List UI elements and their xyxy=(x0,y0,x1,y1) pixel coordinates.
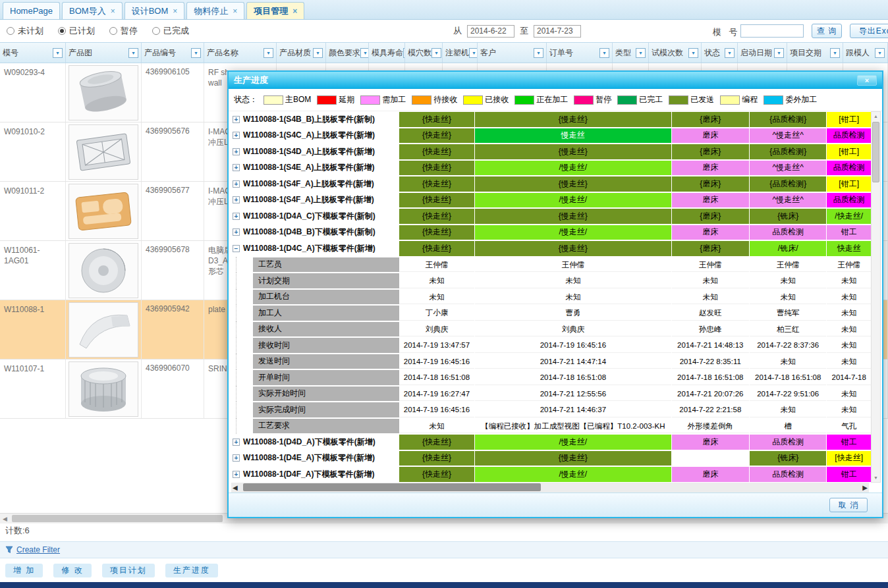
column-header-4[interactable]: 产品材质▼ xyxy=(277,43,326,63)
cancel-button[interactable]: 取 消 xyxy=(829,498,868,512)
process-step-cell[interactable]: {品质检测} xyxy=(750,176,826,192)
process-row[interactable]: +W110088-1(S4C_A)上脱板零件(新增){快走丝}慢走丝磨床^慢走丝… xyxy=(231,128,872,144)
process-step-cell[interactable]: 磨床 xyxy=(672,225,749,240)
process-step-cell[interactable]: {慢走丝} xyxy=(475,112,671,127)
filter-dropdown-icon[interactable]: ▼ xyxy=(264,48,273,58)
column-header-13[interactable]: 状态▼ xyxy=(702,43,738,63)
project-plan-button[interactable]: 项目计划 xyxy=(102,564,155,577)
process-step-cell[interactable]: [快走丝] xyxy=(827,451,871,466)
export-excel-button[interactable]: 导出Excel xyxy=(850,24,888,38)
filter-dropdown-icon[interactable]: ▼ xyxy=(725,48,735,58)
expand-icon[interactable]: + xyxy=(233,439,240,446)
radio-unplanned[interactable]: 未计划 xyxy=(7,25,43,37)
process-step-cell[interactable]: 磨床 xyxy=(672,467,749,482)
close-icon[interactable]: × xyxy=(857,75,877,86)
process-step-cell[interactable]: 磨床 xyxy=(672,161,749,176)
scrollbar-thumb[interactable] xyxy=(872,122,879,182)
process-step-cell[interactable]: 快走丝 xyxy=(827,241,871,256)
filter-dropdown-icon[interactable]: ▼ xyxy=(534,48,543,58)
process-step-cell[interactable]: {品质检测} xyxy=(750,144,826,159)
filter-dropdown-icon[interactable]: ▼ xyxy=(774,48,784,58)
process-row[interactable]: +W110088-1(D4F_A)下模板零件(新增){快走丝}/慢走丝/磨床品质… xyxy=(231,466,872,483)
process-row[interactable]: −W110088-1(D4C_A)下模板零件(新增){快走丝}{慢走丝}{磨床}… xyxy=(231,240,872,257)
process-step-cell[interactable]: {快走丝} xyxy=(399,435,474,450)
date-from-input[interactable] xyxy=(467,25,514,38)
process-step-cell[interactable]: ^慢走丝^ xyxy=(750,161,826,176)
process-step-cell[interactable]: {快走丝} xyxy=(399,241,474,256)
process-step-cell[interactable]: ^慢走丝^ xyxy=(750,128,826,144)
column-header-1[interactable]: 产品图▼ xyxy=(66,43,142,63)
radio-completed[interactable]: 已完成 xyxy=(152,25,189,37)
process-row[interactable]: +W110088-1(S4F_A)上脱板零件(新增){快走丝}/慢走丝/磨床^慢… xyxy=(231,192,872,209)
scrollbar-thumb[interactable] xyxy=(12,515,223,522)
tab-material-stop[interactable]: 物料停止× xyxy=(186,2,244,19)
modify-button[interactable]: 修 改 xyxy=(53,564,91,577)
radio-paused[interactable]: 暂停 xyxy=(109,25,138,37)
process-step-cell[interactable]: 品质检测 xyxy=(750,225,826,240)
process-step-cell[interactable]: /慢走丝/ xyxy=(475,467,671,482)
process-step-cell[interactable]: 品质检测 xyxy=(827,193,871,208)
column-header-14[interactable]: 启动日期▼ xyxy=(738,43,787,63)
expand-icon[interactable]: + xyxy=(233,471,240,478)
process-step-cell[interactable]: {快走丝} xyxy=(399,128,474,144)
process-row[interactable]: +W110088-1(S4F_A)上脱板零件(新增){快走丝}{慢走丝}{磨床}… xyxy=(231,176,872,192)
process-step-cell[interactable]: 钳工 xyxy=(827,435,871,450)
process-step-cell[interactable]: /慢走丝/ xyxy=(475,193,671,208)
process-step-cell[interactable]: /慢走丝/ xyxy=(475,161,671,176)
process-row[interactable]: +W110088-1(D4E_A)下模板零件(新增){快走丝}{慢走丝}{铣床}… xyxy=(231,450,872,467)
process-step-cell[interactable]: [钳工] xyxy=(827,144,871,159)
search-button[interactable]: 查 询 xyxy=(812,24,842,38)
filter-dropdown-icon[interactable]: ▼ xyxy=(599,48,609,58)
process-step-cell[interactable]: {快走丝} xyxy=(399,451,474,466)
tab-close-icon[interactable]: × xyxy=(111,7,115,15)
process-step-cell[interactable]: 慢走丝 xyxy=(475,128,671,144)
process-step-cell[interactable]: [钳工] xyxy=(827,176,871,192)
expand-icon[interactable]: + xyxy=(233,196,240,203)
process-step-cell[interactable]: 磨床 xyxy=(672,435,749,450)
process-row[interactable]: +W110088-1(S4E_A)上脱板零件(新增){快走丝}/慢走丝/磨床^慢… xyxy=(231,160,872,176)
process-step-cell[interactable]: {快走丝} xyxy=(399,144,474,159)
process-step-cell[interactable]: {磨床} xyxy=(672,112,749,127)
scrollbar-thumb[interactable] xyxy=(243,483,541,491)
process-step-cell[interactable]: 钳工 xyxy=(827,225,871,240)
tab-homepage[interactable]: HomePage xyxy=(3,2,60,19)
process-row[interactable]: +W110088-1(D4B_B)下模板零件(新制){快走丝}/慢走丝/磨床品质… xyxy=(231,225,872,241)
process-step-cell[interactable]: {慢走丝} xyxy=(475,451,671,466)
expand-icon[interactable]: + xyxy=(233,213,240,220)
date-to-input[interactable] xyxy=(534,25,581,38)
collapse-icon[interactable]: − xyxy=(233,245,240,252)
tab-design-bom[interactable]: 设计BOM× xyxy=(125,2,185,19)
process-step-cell[interactable]: {慢走丝} xyxy=(475,209,671,224)
process-step-cell[interactable] xyxy=(672,451,749,466)
expand-icon[interactable]: + xyxy=(233,148,240,155)
tree-horizontal-scrollbar[interactable]: ◀ ▶ xyxy=(231,483,869,493)
process-step-cell[interactable]: {慢走丝} xyxy=(475,176,671,192)
filter-dropdown-icon[interactable]: ▼ xyxy=(128,48,138,58)
filter-dropdown-icon[interactable]: ▼ xyxy=(431,48,441,58)
column-header-7[interactable]: 模穴数▼ xyxy=(405,43,443,63)
tree-vertical-scrollbar[interactable]: ▲ ▼ xyxy=(871,111,881,483)
create-filter-link[interactable]: Create Filter xyxy=(16,545,60,554)
column-header-12[interactable]: 试模次数▼ xyxy=(649,43,702,63)
process-step-cell[interactable]: {快走丝} xyxy=(399,176,474,192)
process-step-cell[interactable]: {磨床} xyxy=(672,176,749,192)
process-step-cell[interactable]: {铣床} xyxy=(750,209,826,224)
process-step-cell[interactable]: 磨床 xyxy=(672,128,749,144)
radio-planned[interactable]: 已计划 xyxy=(58,25,95,37)
scroll-left-icon[interactable]: ◀ xyxy=(3,514,7,523)
filter-dropdown-icon[interactable]: ▼ xyxy=(53,48,63,58)
process-step-cell[interactable]: {铣床} xyxy=(750,451,826,466)
modal-title-bar[interactable]: 生产进度 × xyxy=(229,72,882,89)
tab-project-management[interactable]: 项目管理× xyxy=(246,2,304,19)
filter-dropdown-icon[interactable]: ▼ xyxy=(875,48,885,58)
column-header-5[interactable]: 颜色要求▼ xyxy=(326,43,369,63)
tab-close-icon[interactable]: × xyxy=(173,7,177,15)
column-header-9[interactable]: 客户▼ xyxy=(478,43,547,63)
column-header-8[interactable]: 注塑机▼ xyxy=(443,43,478,63)
process-step-cell[interactable]: [钳工] xyxy=(827,112,871,127)
tab-close-icon[interactable]: × xyxy=(233,7,237,15)
process-row[interactable]: +W110088-1(D4D_A)下模板零件(新增){快走丝}/慢走丝/磨床品质… xyxy=(231,434,872,450)
process-row[interactable]: +W110088-1(S4B_B)上脱板零件(新制){快走丝}{慢走丝}{磨床}… xyxy=(231,111,872,128)
scroll-down-icon[interactable]: ▼ xyxy=(872,473,880,482)
column-header-0[interactable]: 模号▼ xyxy=(0,43,66,63)
